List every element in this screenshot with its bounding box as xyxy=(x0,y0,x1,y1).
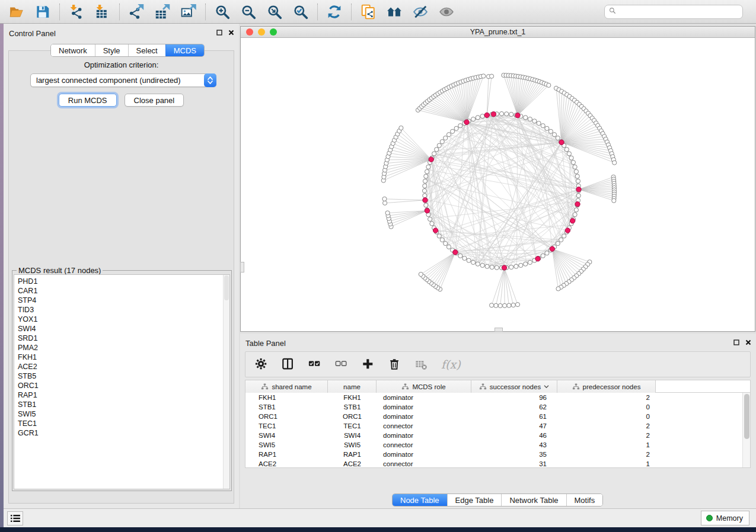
function-builder-icon[interactable]: f(x) xyxy=(441,357,461,371)
close-panel-icon[interactable] xyxy=(228,29,234,36)
table-cell: dominator xyxy=(377,451,471,458)
table-cell: FKH1 xyxy=(245,394,328,401)
control-panel: Control Panel NetworkStyleSelectMCDS Opt… xyxy=(4,24,239,508)
table-cell: 1 xyxy=(557,460,656,467)
zoom-fit-icon[interactable] xyxy=(266,4,283,20)
table-row[interactable]: ORC1ORC1dominator610 xyxy=(245,412,742,421)
tab-motifs[interactable]: Motifs xyxy=(566,494,603,506)
table-cell: dominator xyxy=(377,413,471,420)
import-table-icon[interactable] xyxy=(94,4,111,20)
deselect-all-icon[interactable] xyxy=(334,357,349,371)
mcds-result-item[interactable]: RAP1 xyxy=(18,390,229,400)
delete-table-icon[interactable] xyxy=(414,357,429,371)
mcds-result-item[interactable]: CAR1 xyxy=(18,286,229,296)
export-image-icon[interactable] xyxy=(180,4,197,20)
zoom-out-icon[interactable] xyxy=(240,4,257,20)
tab-select[interactable]: Select xyxy=(128,44,165,56)
sitemap-icon xyxy=(479,383,487,390)
table-row[interactable]: RAP1RAP1dominator352 xyxy=(245,450,742,459)
combo-stepper-icon xyxy=(204,73,216,87)
tab-mcds[interactable]: MCDS xyxy=(165,44,204,56)
float-panel-icon[interactable] xyxy=(216,29,222,36)
table-row[interactable]: SWI4SWI4dominator462 xyxy=(245,431,742,440)
memory-status-icon xyxy=(706,515,713,521)
mcds-result-item[interactable]: GCR1 xyxy=(18,428,229,438)
mcds-result-list[interactable]: PHD1CAR1STP4TID3YOX1SWI4SRD1PMA2FKH1ACE2… xyxy=(14,274,230,489)
table-row[interactable]: TEC1TEC1connector472 xyxy=(245,421,742,431)
float-table-panel-icon[interactable] xyxy=(733,339,739,345)
save-icon[interactable] xyxy=(34,4,51,20)
mcds-result-item[interactable]: ORC1 xyxy=(18,381,229,390)
open-folder-icon[interactable] xyxy=(8,4,25,20)
zoom-in-icon[interactable] xyxy=(214,4,231,20)
mcds-result-item[interactable]: SWI5 xyxy=(18,409,229,419)
show-hidden-icon[interactable] xyxy=(438,4,455,20)
mcds-result-item[interactable]: PHD1 xyxy=(18,277,229,286)
table-cell: 46 xyxy=(471,432,557,439)
table-cell: connector xyxy=(377,460,471,467)
vertical-splitter-handle[interactable] xyxy=(240,262,244,273)
table-row[interactable]: FKH1FKH1dominator962 xyxy=(245,393,742,402)
optimization-criterion-label: Optimization criterion: xyxy=(9,60,234,69)
zoom-selected-icon[interactable] xyxy=(292,4,309,20)
close-panel-button[interactable]: Close panel xyxy=(125,94,184,107)
mcds-result-item[interactable]: SRD1 xyxy=(18,334,229,343)
table-cell: ORC1 xyxy=(245,413,328,420)
column-header-shared-name[interactable]: shared name xyxy=(245,380,328,393)
table-row[interactable]: STB1STB1dominator620 xyxy=(245,402,742,412)
task-list-button[interactable] xyxy=(7,511,23,525)
column-header-name[interactable]: name xyxy=(328,380,377,393)
node-table: shared namenameMCDS rolesuccessor nodesp… xyxy=(245,380,751,468)
clone-network-icon[interactable] xyxy=(360,4,377,20)
run-mcds-button[interactable]: Run MCDS xyxy=(59,94,117,107)
table-row[interactable]: ACE2ACE2connector311 xyxy=(245,459,742,467)
table-cell: SWI5 xyxy=(328,441,377,448)
export-network-icon[interactable] xyxy=(128,4,145,20)
close-table-panel-icon[interactable] xyxy=(745,339,751,345)
tab-node-table[interactable]: Node Table xyxy=(393,494,447,506)
result-list-scrollbar[interactable] xyxy=(223,275,229,489)
delete-row-icon[interactable] xyxy=(388,357,402,371)
columns-icon[interactable] xyxy=(281,357,295,371)
table-cell: 2 xyxy=(557,451,656,458)
tab-style[interactable]: Style xyxy=(95,44,128,56)
neighbors-icon[interactable] xyxy=(386,4,403,20)
criterion-selected-value: largest connected component (undirected) xyxy=(31,76,205,85)
refresh-layout-icon[interactable] xyxy=(326,4,343,20)
network-window-titlebar[interactable]: YPA_prune.txt_1 xyxy=(241,27,755,38)
mcds-result-item[interactable]: STB5 xyxy=(18,371,229,381)
column-header-successor-nodes[interactable]: successor nodes xyxy=(471,380,557,393)
mcds-result-item[interactable]: PMA2 xyxy=(18,343,229,352)
network-graph-canvas[interactable] xyxy=(241,38,755,331)
table-cell: TEC1 xyxy=(245,422,328,430)
column-header-MCDS-role[interactable]: MCDS role xyxy=(377,380,471,393)
mcds-result-item[interactable]: YOX1 xyxy=(18,315,229,324)
mcds-result-item[interactable]: TID3 xyxy=(18,305,229,315)
optimization-criterion-select[interactable]: largest connected component (undirected) xyxy=(30,73,216,87)
search-input[interactable] xyxy=(620,8,738,16)
hide-selected-icon[interactable] xyxy=(412,4,429,20)
mcds-result-item[interactable]: ACE2 xyxy=(18,362,229,371)
import-network-icon[interactable] xyxy=(68,4,85,20)
export-table-icon[interactable] xyxy=(154,4,171,20)
settings-gear-icon[interactable] xyxy=(254,357,269,371)
table-row[interactable]: SWI5SWI5connector431 xyxy=(245,440,742,450)
tab-edge-table[interactable]: Edge Table xyxy=(447,494,502,506)
select-all-icon[interactable] xyxy=(308,357,322,371)
search-icon xyxy=(609,7,617,17)
horizontal-splitter-handle[interactable] xyxy=(495,328,503,332)
tab-network-table[interactable]: Network Table xyxy=(501,494,566,506)
mcds-result-item[interactable]: FKH1 xyxy=(18,352,229,362)
mcds-result-item[interactable]: TEC1 xyxy=(18,419,229,428)
search-field[interactable] xyxy=(604,5,743,19)
mcds-result-item[interactable]: SWI4 xyxy=(18,324,229,334)
memory-button[interactable]: Memory xyxy=(701,511,749,525)
table-cell: RAP1 xyxy=(328,451,377,458)
table-cell: 2 xyxy=(557,394,656,401)
tab-network[interactable]: Network xyxy=(51,44,95,56)
column-header-predecessor-nodes[interactable]: predecessor nodes xyxy=(557,380,656,393)
mcds-result-item[interactable]: STP4 xyxy=(18,296,229,305)
add-row-icon[interactable] xyxy=(361,357,375,371)
mcds-result-item[interactable]: STB1 xyxy=(18,400,229,409)
table-scrollbar[interactable] xyxy=(742,393,750,467)
